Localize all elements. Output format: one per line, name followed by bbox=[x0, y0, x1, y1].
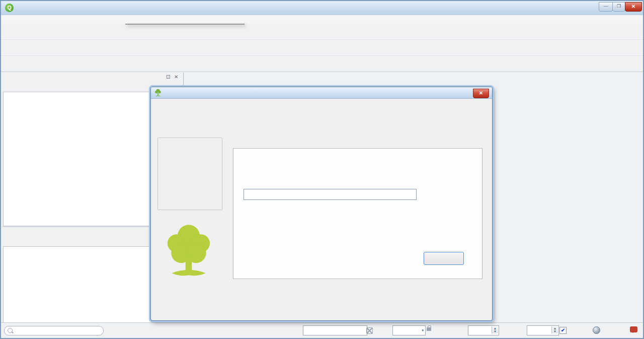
float-panel-icon[interactable]: ⊡ bbox=[166, 74, 170, 80]
plugins-dropdown-menu bbox=[125, 24, 245, 25]
dialog-title-bar[interactable]: ✕ bbox=[151, 87, 492, 99]
maximize-button[interactable]: ❐ bbox=[612, 2, 625, 12]
download-button[interactable] bbox=[424, 252, 464, 265]
dialog-footer bbox=[151, 305, 492, 315]
qgis-logo-icon: Q bbox=[5, 4, 14, 12]
status-bar: ▾ ▲▼ ▲▼ ✔ bbox=[1, 322, 643, 338]
close-button[interactable]: ✕ bbox=[625, 2, 642, 12]
search-input[interactable] bbox=[4, 326, 104, 335]
toolbar-row-2 bbox=[1, 40, 643, 56]
uldk-dialog: ✕ bbox=[150, 87, 493, 321]
scale-combo[interactable]: ▾ bbox=[392, 325, 426, 335]
search-icon bbox=[8, 328, 13, 333]
dialog-close-button[interactable]: ✕ bbox=[473, 89, 489, 98]
minimize-button[interactable]: — bbox=[599, 2, 613, 12]
magnifier-spinner[interactable]: ▲▼ bbox=[468, 325, 499, 335]
uldk-logo bbox=[161, 222, 216, 282]
title-bar: Q — ❐ ✕ bbox=[1, 1, 643, 16]
uldk-tree-icon bbox=[154, 89, 162, 97]
layer-to-download-group bbox=[157, 138, 222, 210]
lock-icon[interactable] bbox=[427, 327, 431, 331]
messages-icon[interactable] bbox=[630, 326, 637, 332]
coordinates-field[interactable] bbox=[303, 325, 367, 335]
menu-bar bbox=[1, 15, 643, 24]
toolbar-area bbox=[1, 24, 643, 73]
render-checkbox[interactable]: ✔ bbox=[559, 327, 567, 334]
extent-icon[interactable] bbox=[366, 327, 373, 334]
toolbar-row-1 bbox=[1, 24, 643, 40]
identifier-input[interactable] bbox=[244, 189, 417, 200]
tab-panel bbox=[233, 148, 482, 279]
toolbar-row-3 bbox=[1, 56, 643, 72]
crs-globe-icon[interactable] bbox=[593, 326, 600, 334]
rotation-spinner[interactable]: ▲▼ bbox=[527, 325, 559, 335]
qgis-window: Q — ❐ ✕ ⊡ ✕ ✕ bbox=[0, 0, 644, 339]
close-panel-icon[interactable]: ✕ bbox=[174, 74, 178, 80]
